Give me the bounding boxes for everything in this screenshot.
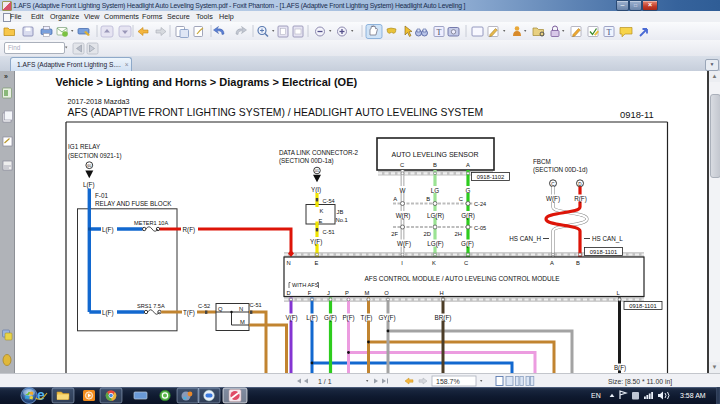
svg-text:K: K bbox=[432, 260, 436, 266]
svg-text:P: P bbox=[345, 290, 349, 296]
svg-text:e: e bbox=[37, 387, 45, 403]
svg-text:T: T bbox=[437, 28, 442, 37]
svg-text:F-01: F-01 bbox=[95, 192, 108, 199]
svg-text:(SECTION 00D-1d): (SECTION 00D-1d) bbox=[533, 166, 588, 174]
svg-text:E: E bbox=[315, 260, 319, 266]
svg-text:BR(F): BR(F) bbox=[435, 314, 452, 322]
svg-text:FBCM: FBCM bbox=[533, 158, 551, 165]
svg-text:(SECTION 0921-1): (SECTION 0921-1) bbox=[68, 152, 122, 160]
svg-text:A: A bbox=[466, 162, 470, 168]
svg-text:C-51: C-51 bbox=[323, 229, 335, 235]
svg-text:C-54: C-54 bbox=[323, 198, 335, 204]
svg-text:2D: 2D bbox=[424, 231, 431, 237]
svg-text:B(F): B(F) bbox=[614, 364, 626, 372]
svg-text:LG: LG bbox=[431, 187, 440, 194]
svg-text:60: 60 bbox=[87, 164, 91, 168]
svg-text:M: M bbox=[365, 290, 370, 296]
svg-text:T(F): T(F) bbox=[183, 309, 195, 317]
svg-text:C-24: C-24 bbox=[474, 201, 486, 207]
svg-text:K: K bbox=[320, 208, 324, 214]
svg-text:N: N bbox=[286, 260, 290, 266]
svg-text:Q: Q bbox=[218, 306, 223, 312]
svg-text:AFS CONTROL MODULE / AUTO LEVE: AFS CONTROL MODULE / AUTO LEVELING CONTR… bbox=[364, 275, 560, 282]
svg-text:T: T bbox=[607, 28, 612, 37]
svg-text:B: B bbox=[576, 260, 580, 266]
svg-text:E: E bbox=[319, 218, 323, 224]
svg-text:L: L bbox=[616, 290, 620, 296]
svg-text:2017-2018 Mazda3: 2017-2018 Mazda3 bbox=[68, 97, 130, 106]
svg-text:G(R): G(R) bbox=[461, 212, 475, 220]
svg-text:GY(F): GY(F) bbox=[378, 314, 395, 322]
svg-text:Size: [8.50 * 11.00 in]: Size: [8.50 * 11.00 in] bbox=[608, 378, 672, 386]
svg-text:T(F): T(F) bbox=[361, 314, 373, 322]
svg-text:D: D bbox=[286, 290, 290, 296]
svg-text:R(F): R(F) bbox=[183, 226, 196, 234]
svg-text:G(F): G(F) bbox=[461, 240, 474, 248]
svg-text:LG(F): LG(F) bbox=[427, 240, 443, 248]
svg-text:P(F): P(F) bbox=[342, 314, 354, 322]
svg-text:3:58 AM: 3:58 AM bbox=[680, 392, 706, 399]
svg-text:AFS (ADAPTIVE FRONT LIGHTING S: AFS (ADAPTIVE FRONT LIGHTING SYSTEM) / H… bbox=[68, 107, 484, 118]
svg-text:1 / 1: 1 / 1 bbox=[318, 378, 332, 385]
svg-text:W(F): W(F) bbox=[546, 195, 560, 203]
svg-text:SRS1 7.5A: SRS1 7.5A bbox=[137, 303, 165, 309]
svg-text:JB: JB bbox=[337, 209, 344, 215]
svg-text:HS CAN_L: HS CAN_L bbox=[592, 235, 623, 243]
svg-text:L(F): L(F) bbox=[306, 314, 318, 322]
svg-text:J: J bbox=[327, 290, 330, 296]
svg-text:DATA LINK CONNECTOR-2: DATA LINK CONNECTOR-2 bbox=[279, 149, 359, 156]
svg-text:Y(I): Y(I) bbox=[311, 186, 321, 194]
svg-text:0918-1102: 0918-1102 bbox=[477, 174, 504, 180]
svg-text:L(F): L(F) bbox=[83, 181, 95, 189]
svg-text:0918-11: 0918-11 bbox=[620, 109, 654, 120]
svg-text:B: B bbox=[426, 196, 430, 202]
svg-text:L(F): L(F) bbox=[102, 309, 114, 317]
svg-text:V(F): V(F) bbox=[285, 314, 297, 322]
svg-text:01: 01 bbox=[315, 169, 319, 173]
svg-text:2H: 2H bbox=[455, 231, 462, 237]
svg-text:L(F): L(F) bbox=[102, 226, 114, 234]
svg-text:C-05: C-05 bbox=[474, 225, 486, 231]
svg-text:C: C bbox=[459, 196, 463, 202]
svg-text:METER1 10A: METER1 10A bbox=[134, 220, 168, 226]
svg-text:G: G bbox=[466, 187, 471, 194]
svg-text:F: F bbox=[308, 290, 312, 296]
svg-text:M: M bbox=[240, 319, 245, 325]
svg-text:R(F): R(F) bbox=[574, 195, 587, 203]
svg-text:C: C bbox=[400, 162, 404, 168]
svg-text:W(F): W(F) bbox=[397, 240, 411, 248]
svg-text:2F: 2F bbox=[391, 231, 398, 237]
svg-text:AUTO LEVELING SENSOR: AUTO LEVELING SENSOR bbox=[391, 151, 478, 158]
svg-text:(SECTION 00D-1a): (SECTION 00D-1a) bbox=[279, 157, 334, 165]
svg-text:»: » bbox=[4, 73, 8, 80]
svg-text:158.7%: 158.7% bbox=[436, 378, 460, 385]
svg-text:Y(F): Y(F) bbox=[310, 238, 322, 246]
svg-text:Vehicle > Lighting and Horns >: Vehicle > Lighting and Horns > Diagrams … bbox=[56, 76, 358, 88]
svg-text:HS CAN_H: HS CAN_H bbox=[509, 235, 541, 243]
svg-text:G(F): G(F) bbox=[324, 314, 337, 322]
svg-text:WITH AFS: WITH AFS bbox=[292, 282, 319, 288]
svg-text:C: C bbox=[464, 260, 468, 266]
svg-text:W: W bbox=[400, 187, 406, 194]
svg-text:O: O bbox=[384, 290, 389, 296]
svg-text:I: I bbox=[401, 260, 403, 266]
svg-text:A: A bbox=[393, 196, 397, 202]
svg-text:W(R): W(R) bbox=[396, 212, 411, 220]
svg-text:0918-1101: 0918-1101 bbox=[590, 249, 617, 255]
svg-text:LG(R): LG(R) bbox=[427, 212, 444, 220]
svg-text:N: N bbox=[239, 306, 243, 312]
svg-text:A: A bbox=[550, 260, 554, 266]
svg-text:IG1 RELAY: IG1 RELAY bbox=[68, 143, 101, 150]
svg-text:B: B bbox=[433, 162, 437, 168]
svg-text:C-52: C-52 bbox=[198, 303, 210, 309]
svg-text:0918-1101: 0918-1101 bbox=[629, 303, 656, 309]
svg-text:H: H bbox=[439, 290, 443, 296]
svg-text:RELAY AND FUSE BLOCK: RELAY AND FUSE BLOCK bbox=[95, 200, 172, 207]
svg-text:C-51: C-51 bbox=[250, 302, 262, 308]
svg-text:EN: EN bbox=[591, 392, 601, 399]
svg-text:No.1: No.1 bbox=[336, 217, 348, 223]
